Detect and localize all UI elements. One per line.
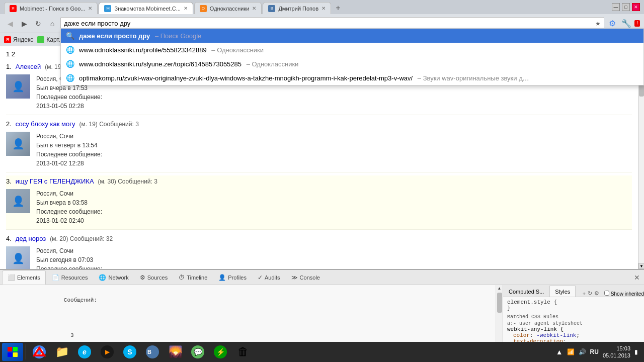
person-meta-4: (м. 20) Сообщений: 32 xyxy=(50,235,113,242)
devtools-tab-elements[interactable]: ⬜ Elements xyxy=(2,270,46,285)
dr-tab-actions: + ↻ ⚙ xyxy=(580,290,602,297)
devtools-right-pane: Computed S... Styles + ↻ ⚙ Show inherite… xyxy=(503,285,644,351)
tab-close-2[interactable]: ✕ xyxy=(184,6,188,11)
devtools-tab-console[interactable]: ≫ Console xyxy=(286,270,325,285)
tab-close-1[interactable]: ✕ xyxy=(88,6,92,11)
settings-icon[interactable]: ⚙ xyxy=(594,290,599,297)
minimize-button[interactable]: — xyxy=(612,3,620,11)
code-scroll-up[interactable]: ▲ xyxy=(498,286,501,291)
autocomplete-item-2[interactable]: 🌐 www.odnoklassniki.ru/slyune.zer/topic/… xyxy=(61,57,643,71)
taskbar-app-torrent[interactable]: ⚡ xyxy=(210,343,231,361)
mediaplayer-icon: ▶ xyxy=(101,345,114,358)
taskbar-app-chat[interactable]: 💬 xyxy=(187,343,208,361)
taskbar-app-photos[interactable]: 🌄 xyxy=(165,343,186,361)
windows-start-button[interactable] xyxy=(2,343,23,361)
ac-subtitle-2: – Одноклассники xyxy=(247,60,299,68)
person-link-2[interactable]: сосу блоху как могу xyxy=(16,120,75,128)
torrent-icon: ⚡ xyxy=(214,345,227,358)
resources-icon: 📄 xyxy=(52,274,59,281)
back-button[interactable]: ◀ xyxy=(4,18,16,30)
taskbar-sys-tray: ▲ 📶 🔊 RU 15:03 05.01.2013 ▮ xyxy=(552,345,642,359)
refresh-icon[interactable]: ↻ xyxy=(588,290,592,297)
tab-close-4[interactable]: ✕ xyxy=(321,6,326,11)
dr-tab-computed[interactable]: Computed S... xyxy=(503,286,549,297)
devtools-close-button[interactable]: ✕ xyxy=(632,272,642,284)
extensions-button[interactable]: ⚙ xyxy=(606,18,618,30)
taskbar-app-files[interactable]: 📁 xyxy=(51,343,72,361)
add-rule-icon[interactable]: + xyxy=(583,291,586,297)
tab-4[interactable]: В Дмитрий Попов ✕ xyxy=(263,2,331,14)
dr-tab-styles[interactable]: Styles xyxy=(549,286,576,297)
person-info-2: Россия, Сочи Был в четверг в 13:54 После… xyxy=(36,132,102,168)
bookmark-star-icon[interactable]: ★ xyxy=(595,20,601,27)
autocomplete-item-1[interactable]: 🌐 www.odnoklassniki.ru/profile/555823342… xyxy=(61,43,643,57)
devtools-tab-timeline[interactable]: ⏱ Timeline xyxy=(174,270,212,285)
person-entry-2: 2. сосу блоху как могу (м. 19) Сообщений… xyxy=(6,118,632,172)
address-bar[interactable] xyxy=(64,20,595,27)
person-photo-3: 👤 xyxy=(6,189,30,213)
taskbar-app-vk[interactable]: В xyxy=(142,343,163,361)
tab-strip: Я Mobimeet - Поиск в Goo... ✕ M Знакомст… xyxy=(4,0,606,14)
person-link-4[interactable]: дед нороз xyxy=(16,235,46,242)
tab-3[interactable]: О Одноклассники ✕ xyxy=(194,2,262,14)
person-body-2: 👤 Россия, Сочи Был в четверг в 13:54 Пос… xyxy=(6,130,632,172)
person-msg-date-1: 2013-01-05 02:28 xyxy=(36,102,102,111)
autocomplete-item-3[interactable]: 🌐 optimakomp.ru/zvuki-wav-originalnye-zv… xyxy=(61,71,643,85)
scroll-down-btn[interactable]: ▼ xyxy=(638,263,644,269)
wrench-button[interactable]: 🔧 xyxy=(620,18,632,30)
devtools-tab-network[interactable]: 🌐 Network xyxy=(94,270,133,285)
taskbar-app-skype[interactable]: S xyxy=(119,343,140,361)
code-scroll-thumb[interactable] xyxy=(497,293,502,313)
styles-selector-element: element.style { xyxy=(507,299,640,305)
styles-agent-label: a:- user agent stylesheet xyxy=(507,321,640,326)
bookmark-yandex[interactable]: Я Яндекс xyxy=(4,36,33,43)
devtools-tab-sources[interactable]: ⚙ Sources xyxy=(135,270,173,285)
tab-close-3[interactable]: ✕ xyxy=(252,6,256,11)
show-inherited-checkbox[interactable] xyxy=(604,291,609,296)
tab-title-4: Дмитрий Попов xyxy=(278,6,318,12)
language-indicator[interactable]: RU xyxy=(590,348,599,355)
taskbar-divider-1 xyxy=(26,344,26,359)
devtools-tab-label-resources: Resources xyxy=(61,275,88,281)
files-icon: 📁 xyxy=(55,345,69,358)
styles-close-brace-element: } xyxy=(507,305,640,311)
taskbar-app-ie[interactable]: e xyxy=(74,343,95,361)
volume-tray-icon[interactable]: 🔊 xyxy=(579,348,586,355)
person-msg-label-4: Последнее сообщение: xyxy=(36,264,102,269)
bookmark-karty[interactable]: Карт... xyxy=(37,36,63,43)
ac-bold-0: даже если просто дру xyxy=(79,32,150,40)
person-link-3[interactable]: ищу ГЕЯ с ГЕЛЕНДЖИКА xyxy=(16,177,94,185)
tab-1[interactable]: Я Mobimeet - Поиск в Goo... ✕ xyxy=(4,2,98,14)
reload-button[interactable]: ↻ xyxy=(32,18,44,30)
devtools-tab-audits[interactable]: ✓ Audits xyxy=(253,270,285,285)
taskbar-app-mediaplayer[interactable]: ▶ xyxy=(97,343,118,361)
chat-icon: 💬 xyxy=(191,345,204,358)
person-link-1[interactable]: Алексей xyxy=(16,63,41,70)
show-desktop-icon[interactable]: ▮ xyxy=(634,348,638,355)
person-visit-4: Был сегодня в 07:03 xyxy=(36,255,102,264)
autocomplete-item-0[interactable]: 🔍 даже если просто дру – Поиск Google xyxy=(61,29,643,43)
devtools-tab-resources[interactable]: 📄 Resources xyxy=(47,270,93,285)
styles-element-rule: element.style { } xyxy=(507,299,640,311)
address-icons: ★ xyxy=(595,20,601,27)
network-tray-icon[interactable]: 📶 xyxy=(567,348,575,355)
code-pane-scrollbar[interactable]: ▲ ▼ xyxy=(496,285,503,351)
taskbar-app-recycle[interactable]: 🗑 xyxy=(232,343,254,361)
windows-logo-icon xyxy=(7,346,18,357)
taskbar-app-chrome[interactable] xyxy=(29,343,50,361)
ac-subtitle-0: – Поиск Google xyxy=(155,32,201,40)
new-tab-button[interactable]: + xyxy=(332,2,344,14)
close-button[interactable]: ✕ xyxy=(632,3,640,11)
home-button[interactable]: ⌂ xyxy=(46,18,58,30)
forward-button[interactable]: ▶ xyxy=(18,18,30,30)
photos-icon: 🌄 xyxy=(169,345,182,358)
devtools-body: Сообщений: 3 </td> </tr> ▶ <tr class="wh… xyxy=(0,285,644,351)
maximize-button[interactable]: □ xyxy=(622,3,630,11)
devtools-tab-profiles[interactable]: 👤 Profiles xyxy=(213,270,252,285)
tab-2[interactable]: M Знакомства Mobimeet.C... ✕ xyxy=(99,2,193,14)
tray-arrow-icon[interactable]: ▲ xyxy=(556,348,563,356)
bookmark-favicon-karty xyxy=(37,36,44,43)
person-header-4: 4. дед нороз (м. 20) Сообщений: 32 xyxy=(6,233,632,244)
person-photo-1: 👤 xyxy=(6,74,30,99)
title-bar: Я Mobimeet - Поиск в Goo... ✕ M Знакомст… xyxy=(0,0,644,14)
